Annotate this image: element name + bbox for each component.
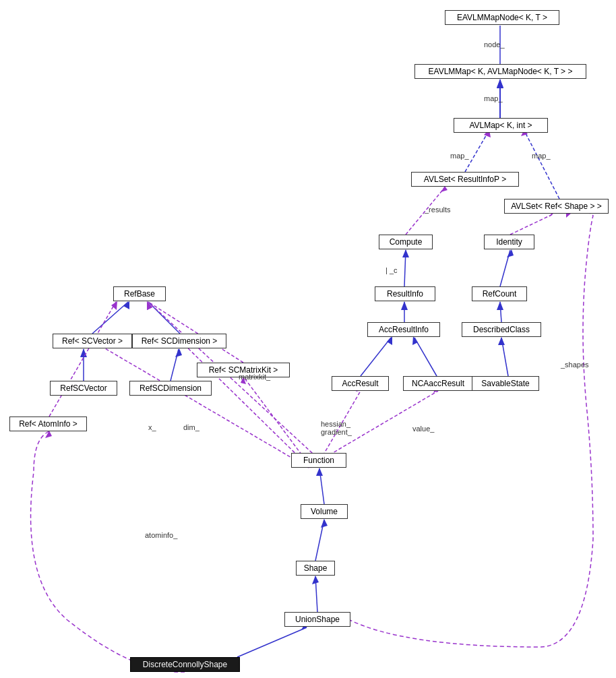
svg-marker-29	[123, 301, 129, 309]
svg-line-26	[501, 338, 508, 376]
svg-marker-5	[497, 80, 503, 88]
node-eavlmmapnode: EAVLMMapNode< K, T >	[445, 10, 559, 25]
svg-line-46	[92, 341, 309, 468]
svg-line-28	[92, 302, 128, 334]
svg-line-36	[171, 349, 179, 381]
svg-marker-33	[147, 301, 152, 310]
node-unionshape: UnionShape	[284, 612, 350, 627]
label-gradient: gradient_	[321, 428, 352, 436]
svg-line-38	[49, 302, 116, 417]
label-value: value_	[412, 425, 434, 433]
node-function: Function	[291, 453, 346, 468]
svg-line-12	[510, 214, 553, 235]
svg-line-8	[526, 133, 559, 199]
label-node: node_	[484, 40, 505, 49]
node-volume: Volume	[301, 504, 348, 519]
svg-line-30	[148, 302, 180, 334]
svg-line-56	[315, 576, 317, 612]
label-dim: dim_	[183, 423, 199, 431]
svg-marker-53	[316, 468, 323, 476]
node-shape: Shape	[296, 561, 335, 576]
diagram-container: EAVLMMapNode< K, T > EAVLMMap< K, AVLMap…	[0, 0, 616, 678]
svg-line-22	[361, 338, 391, 376]
svg-line-52	[319, 468, 324, 504]
svg-marker-27	[498, 337, 505, 345]
node-avlmap: AVLMap< K, int >	[454, 118, 548, 133]
svg-line-20	[500, 302, 501, 322]
node-savablestate: SavableState	[472, 376, 539, 391]
node-refcount: RefCount	[472, 286, 527, 301]
svg-line-58	[237, 627, 307, 657]
node-avlset-resultinfop: AVLSet< ResultInfoP >	[411, 172, 519, 187]
svg-marker-11	[441, 186, 448, 192]
svg-marker-57	[312, 576, 319, 584]
node-resultinfo: ResultInfo	[375, 286, 435, 301]
svg-line-14	[404, 250, 406, 286]
svg-line-16	[500, 250, 510, 286]
node-ref-atominfo: Ref< AtomInfo >	[9, 417, 87, 431]
svg-marker-39	[111, 301, 117, 310]
svg-line-32	[148, 302, 243, 363]
svg-marker-63	[497, 79, 503, 88]
svg-marker-15	[402, 249, 409, 257]
svg-marker-25	[412, 336, 418, 345]
label-hessian: hessian_	[321, 420, 350, 428]
label-matrixkit: matrixkit_	[239, 373, 270, 381]
node-avlset-ref-shape: AVLSet< Ref< Shape > >	[504, 199, 609, 214]
label-shapes: _shapes	[561, 361, 589, 369]
node-compute: Compute	[379, 235, 433, 249]
node-refscvector: RefSCVector	[50, 381, 117, 396]
svg-marker-41	[147, 301, 152, 310]
svg-line-54	[315, 520, 324, 561]
node-describedclass: DescribedClass	[462, 322, 541, 337]
svg-marker-19	[401, 301, 408, 310]
svg-marker-60	[45, 431, 52, 438]
svg-marker-55	[321, 519, 328, 528]
label-x: x_	[148, 423, 156, 431]
label-map-2: map_	[450, 152, 469, 160]
svg-line-48	[181, 341, 310, 468]
node-identity: Identity	[484, 235, 534, 249]
svg-line-24	[414, 338, 437, 376]
svg-marker-17	[507, 249, 514, 257]
label-results: _results	[425, 206, 451, 214]
node-refbase: RefBase	[113, 286, 166, 301]
svg-marker-23	[387, 336, 392, 345]
node-accresultinfo: AccResultInfo	[367, 322, 440, 337]
svg-marker-35	[80, 348, 87, 357]
node-accresult: AccResult	[332, 376, 389, 391]
svg-marker-37	[175, 348, 182, 357]
label-lc: | _c	[386, 266, 398, 274]
label-map-1: map_	[484, 94, 503, 102]
node-ncaccresult: NCAaccResult	[403, 376, 473, 391]
node-ref-scdimension: Ref< SCDimension >	[132, 334, 226, 348]
node-ref-scvector: Ref< SCVector >	[53, 334, 132, 348]
node-discreteconnollyshape: DiscreteConnollyShape	[130, 657, 240, 672]
svg-marker-21	[497, 301, 503, 310]
label-atominfo: atominfo_	[145, 531, 177, 539]
node-refscdimension: RefSCDimension	[129, 381, 212, 396]
svg-marker-31	[147, 301, 152, 310]
label-map-3: map_	[532, 152, 551, 160]
node-eavlmmap: EAVLMMap< K, AVLMapNode< K, T > >	[414, 64, 586, 79]
